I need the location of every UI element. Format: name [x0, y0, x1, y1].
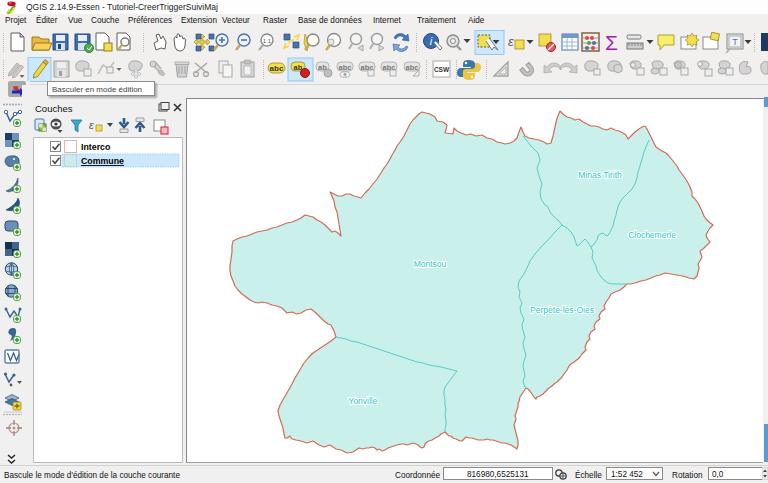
svg-text:Yonville: Yonville	[349, 396, 378, 406]
svg-text:T: T	[732, 37, 738, 47]
svg-text:Minas Tirith: Minas Tirith	[578, 170, 622, 180]
svg-text:Interco: Interco	[81, 142, 111, 152]
svg-text:abc: abc	[339, 63, 352, 72]
svg-text:Σ: Σ	[605, 31, 618, 54]
svg-text:CSW: CSW	[434, 66, 450, 73]
svg-text:ε: ε	[508, 34, 514, 49]
svg-text:Montsou: Montsou	[414, 259, 447, 269]
svg-text:1:1: 1:1	[263, 38, 272, 44]
svg-text:ε: ε	[89, 119, 94, 131]
svg-text:Clochemerle: Clochemerle	[628, 230, 676, 240]
svg-text:Commune: Commune	[81, 156, 124, 166]
svg-text:abc: abc	[270, 64, 284, 73]
svg-text:abc: abc	[406, 63, 419, 72]
svg-text:Perpète-les-Oies: Perpète-les-Oies	[530, 305, 594, 315]
